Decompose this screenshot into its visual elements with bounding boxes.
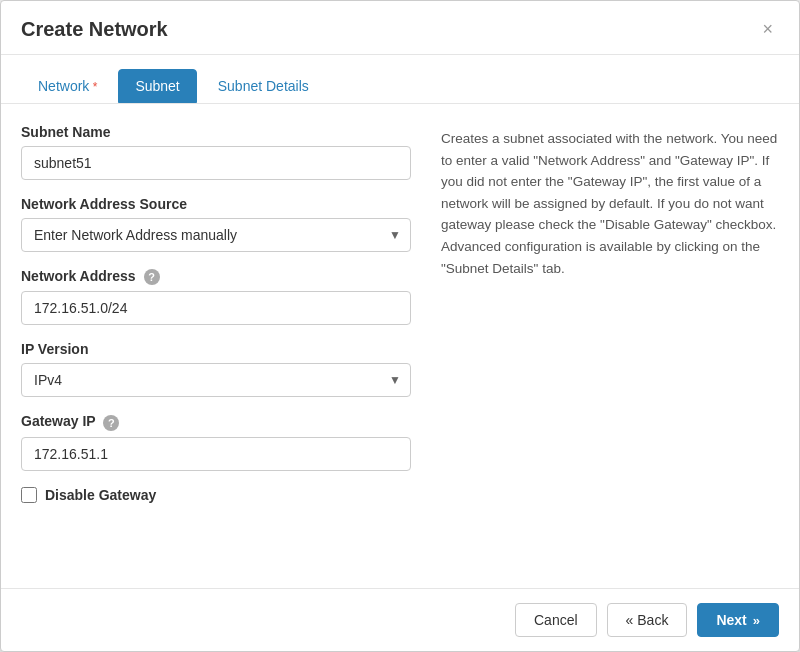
network-address-group: Network Address ? <box>21 268 411 325</box>
tab-network-asterisk: * <box>89 80 97 94</box>
tab-subnet[interactable]: Subnet <box>118 69 196 103</box>
gateway-ip-label: Gateway IP ? <box>21 413 411 430</box>
disable-gateway-checkbox[interactable] <box>21 487 37 503</box>
form-section: Subnet Name Network Address Source Enter… <box>21 124 411 568</box>
next-arrow-icon: » <box>753 613 760 628</box>
modal: Create Network × Network * Subnet Subnet… <box>0 0 800 652</box>
tab-network-label: Network <box>38 78 89 94</box>
modal-body: Subnet Name Network Address Source Enter… <box>1 104 799 588</box>
tab-subnet-details[interactable]: Subnet Details <box>201 69 326 103</box>
subnet-name-group: Subnet Name <box>21 124 411 180</box>
cancel-button[interactable]: Cancel <box>515 603 597 637</box>
next-button[interactable]: Next » <box>697 603 779 637</box>
network-address-source-group: Network Address Source Enter Network Add… <box>21 196 411 252</box>
modal-title: Create Network <box>21 18 168 41</box>
modal-header: Create Network × <box>1 1 799 55</box>
tab-subnet-label: Subnet <box>135 78 179 94</box>
tab-bar: Network * Subnet Subnet Details <box>1 55 799 104</box>
ip-version-group: IP Version IPv4 IPv6 ▼ <box>21 341 411 397</box>
subnet-name-input[interactable] <box>21 146 411 180</box>
back-button[interactable]: « Back <box>607 603 688 637</box>
network-address-help-icon[interactable]: ? <box>144 269 160 285</box>
network-address-source-label: Network Address Source <box>21 196 411 212</box>
network-address-input[interactable] <box>21 291 411 325</box>
ip-version-select[interactable]: IPv4 IPv6 <box>21 363 411 397</box>
ip-version-label: IP Version <box>21 341 411 357</box>
gateway-ip-group: Gateway IP ? <box>21 413 411 470</box>
close-button[interactable]: × <box>756 17 779 42</box>
back-arrow-icon: « <box>626 612 634 628</box>
disable-gateway-group: Disable Gateway <box>21 487 411 503</box>
disable-gateway-label[interactable]: Disable Gateway <box>45 487 156 503</box>
next-label: Next <box>716 612 746 628</box>
info-section: Creates a subnet associated with the net… <box>441 124 779 568</box>
tab-network[interactable]: Network * <box>21 69 114 103</box>
gateway-ip-input[interactable] <box>21 437 411 471</box>
modal-footer: Cancel « Back Next » <box>1 588 799 651</box>
tab-subnet-details-label: Subnet Details <box>218 78 309 94</box>
ip-version-wrapper: IPv4 IPv6 ▼ <box>21 363 411 397</box>
network-address-label: Network Address ? <box>21 268 411 285</box>
gateway-ip-help-icon[interactable]: ? <box>103 415 119 431</box>
back-label: Back <box>637 612 668 628</box>
network-address-source-select[interactable]: Enter Network Address manually <box>21 218 411 252</box>
network-address-source-wrapper: Enter Network Address manually ▼ <box>21 218 411 252</box>
subnet-name-label: Subnet Name <box>21 124 411 140</box>
info-text: Creates a subnet associated with the net… <box>441 128 779 279</box>
